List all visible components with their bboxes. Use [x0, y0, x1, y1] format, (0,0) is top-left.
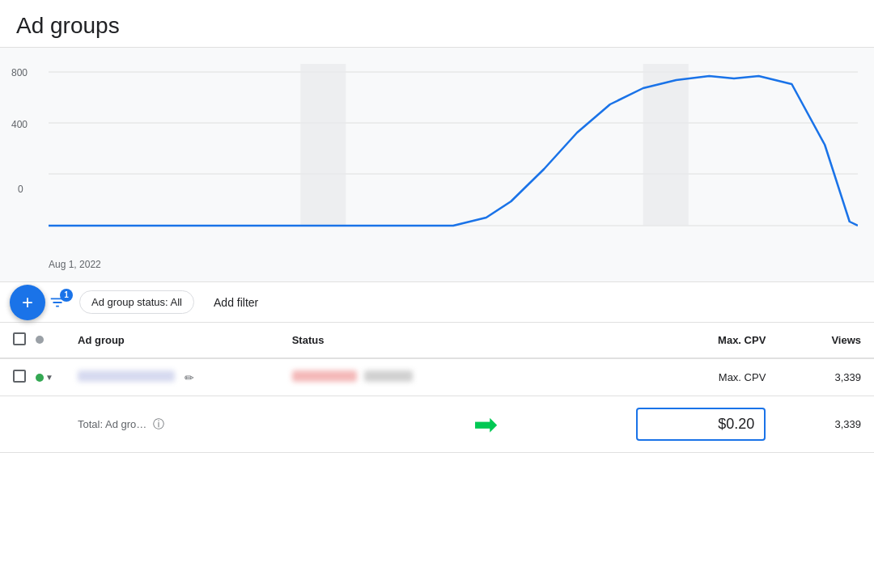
th-ad-group: Ad group — [65, 323, 279, 358]
row-status-dot — [36, 374, 44, 382]
th-ad-group-label: Ad group — [78, 334, 125, 346]
status-extra-blurred — [364, 370, 413, 382]
row-checkbox[interactable] — [13, 370, 26, 383]
y-label-0: 0 — [18, 184, 23, 195]
th-max-cpv: Max. CPV — [517, 323, 779, 358]
ad-group-name-blurred — [78, 370, 175, 382]
total-label-cell: Total: Ad gro… ⓘ — [65, 396, 279, 453]
filter-badge: 1 — [60, 289, 73, 302]
row-checkbox-cell — [0, 358, 32, 396]
total-status-cell — [32, 396, 65, 453]
add-filter-button[interactable]: Add filter — [207, 291, 265, 314]
ad-group-status-filter[interactable]: Ad group status: All — [79, 290, 194, 314]
performance-chart: 800 400 0 — [49, 64, 858, 242]
page-title: Ad groups — [16, 13, 858, 39]
select-all-checkbox[interactable] — [13, 332, 26, 345]
filter-bar: + 1 Ad group status: All Add filter — [0, 282, 874, 323]
total-views-cell: 3,339 — [779, 396, 874, 453]
fab-add-button[interactable]: + — [10, 285, 45, 320]
row-max-cpv-cell: Max. CPV — [517, 358, 779, 396]
total-status-value-cell: ➡ — [279, 396, 517, 453]
chart-x-label: Aug 1, 2022 — [49, 259, 101, 270]
row-status-cell: ▼ — [32, 358, 65, 396]
status-value-blurred — [292, 370, 357, 382]
th-views: Views — [779, 323, 874, 358]
ad-groups-table-wrapper: Ad group Status Max. CPV Views — [0, 323, 874, 453]
th-views-label: Views — [831, 334, 861, 346]
page-header: Ad groups — [0, 0, 874, 48]
total-row: Total: Ad gro… ⓘ ➡ $0.20 3,339 — [0, 396, 874, 453]
ad-groups-table: Ad group Status Max. CPV Views — [0, 323, 874, 453]
table-header-row: Ad group Status Max. CPV Views — [0, 323, 874, 358]
row-views-cell: 3,339 — [779, 358, 874, 396]
row-ad-group-cell: ✏ — [65, 358, 279, 396]
y-label-800: 800 — [11, 67, 28, 78]
status-dropdown-arrow[interactable]: ▼ — [45, 373, 53, 382]
th-checkbox — [0, 323, 32, 358]
total-views-value: 3,339 — [834, 418, 861, 430]
table-row: ▼ ✏ Max. CPV 3,339 — [0, 358, 874, 396]
row-max-cpv-value: Max. CPV — [719, 371, 766, 383]
total-label: Total: Ad gro… — [78, 418, 146, 430]
y-label-400: 400 — [11, 119, 28, 130]
green-arrow-icon: ➡ — [473, 410, 498, 439]
th-max-cpv-label: Max. CPV — [718, 334, 766, 346]
svg-rect-7 — [300, 64, 346, 226]
chart-area: 800 400 0 800 400 0 Aug 1, 2022 — [0, 48, 874, 282]
row-views-value: 3,339 — [834, 371, 861, 383]
total-max-cpv-highlighted[interactable]: $0.20 — [636, 408, 766, 441]
header-status-dot — [36, 336, 44, 344]
total-checkbox-cell — [0, 396, 32, 453]
th-status-dot — [32, 323, 65, 358]
th-status-label: Status — [292, 334, 325, 346]
svg-rect-8 — [643, 64, 689, 226]
filter-icon-wrapper[interactable]: 1 — [49, 294, 66, 311]
total-max-cpv-cell[interactable]: $0.20 — [517, 396, 779, 453]
edit-ad-group-icon[interactable]: ✏ — [185, 371, 194, 384]
th-status: Status — [279, 323, 517, 358]
row-status-value-cell — [279, 358, 517, 396]
total-help-icon[interactable]: ⓘ — [153, 417, 164, 430]
